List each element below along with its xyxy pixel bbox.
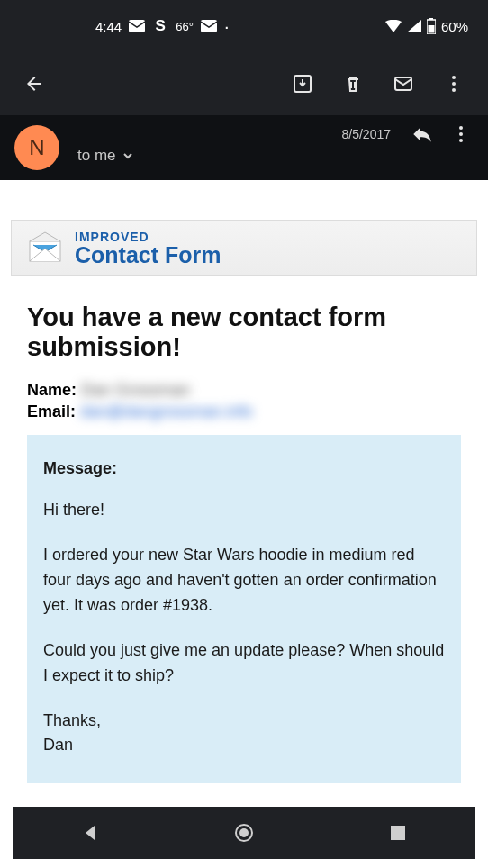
contact-form-banner: IMPROVED Contact Form [11, 220, 477, 276]
svg-point-10 [459, 126, 463, 130]
email-date: 8/5/2017 [342, 127, 392, 141]
s-icon: S [152, 18, 168, 34]
email-body: IMPROVED Contact Form You have a new con… [0, 220, 488, 783]
message-signoff: Thanks, Dan [43, 709, 445, 759]
message-p3: Could you just give me an update please?… [43, 638, 445, 689]
nav-back-button[interactable] [63, 815, 117, 851]
thanks-line: Thanks, [43, 711, 101, 729]
name-label: Name: [27, 381, 77, 399]
nav-home-button[interactable] [217, 815, 271, 851]
contact-meta: Name: Dan Grossman Email: dan@dangrossma… [27, 379, 461, 423]
status-time: 4:44 [95, 19, 122, 34]
sender-avatar[interactable]: N [14, 125, 59, 170]
app-bar [0, 52, 488, 115]
mail-icon [129, 18, 145, 34]
status-bar: 4:44 S 66° · 60% [0, 0, 488, 52]
back-button[interactable] [14, 64, 54, 104]
email-label: Email: [27, 402, 76, 420]
svg-rect-4 [428, 25, 434, 33]
message-more-button[interactable] [450, 123, 472, 145]
status-right: 60% [385, 18, 472, 34]
message-label: Message: [43, 457, 445, 482]
more-button[interactable] [434, 64, 474, 104]
status-temp: 66° [176, 20, 194, 33]
banner-text: IMPROVED Contact Form [75, 230, 221, 267]
delete-button[interactable] [333, 64, 373, 104]
banner-big: Contact Form [75, 244, 221, 267]
svg-point-12 [459, 139, 463, 142]
message-p2: I ordered your new Star Wars hoodie in m… [43, 543, 445, 619]
wifi-icon [385, 20, 402, 32]
chevron-down-icon [122, 149, 134, 162]
email-row: Email: dan@dangrossman.info [27, 401, 461, 422]
signal-icon [407, 20, 421, 32]
svg-rect-1 [201, 20, 217, 32]
android-nav-bar [13, 807, 475, 859]
avatar-letter: N [29, 135, 44, 160]
email-header: N to me 8/5/2017 [0, 115, 488, 180]
status-battery-pct: 60% [441, 19, 468, 34]
nav-recents-button[interactable] [371, 815, 425, 851]
svg-point-15 [239, 828, 249, 837]
name-row: Name: Dan Grossman [27, 379, 461, 401]
recipient-dropdown[interactable]: to me [77, 147, 134, 165]
name-value: Dan Grossman [81, 379, 190, 401]
battery-icon [427, 18, 436, 34]
email-value: dan@dangrossman.info [80, 401, 252, 422]
svg-point-11 [459, 132, 463, 136]
status-left: 4:44 S 66° · [16, 18, 229, 34]
svg-point-8 [452, 82, 456, 86]
recipient-label: to me [77, 147, 116, 165]
svg-point-7 [452, 76, 456, 79]
message-box: Message: Hi there! I ordered your new St… [27, 435, 461, 783]
message-p1: Hi there! [43, 498, 445, 523]
svg-rect-0 [129, 20, 145, 32]
signature-name: Dan [43, 736, 73, 754]
svg-rect-16 [391, 826, 405, 840]
svg-point-9 [452, 88, 456, 92]
archive-button[interactable] [283, 64, 322, 104]
mark-unread-button[interactable] [384, 64, 423, 104]
reply-button[interactable] [411, 122, 434, 146]
submission-heading: You have a new contact form submission! [27, 303, 461, 363]
envelope-icon [26, 229, 64, 267]
mail-icon-2 [201, 18, 217, 34]
